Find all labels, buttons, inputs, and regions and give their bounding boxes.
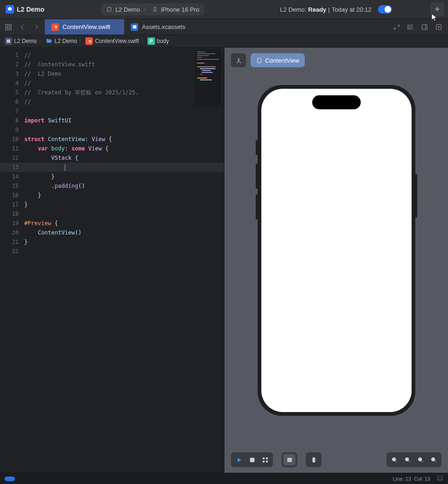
breadcrumb-project[interactable]: L2 Demo: [14, 38, 37, 44]
svg-line-22: [395, 461, 397, 462]
swift-file-icon: [85, 37, 93, 45]
zoom-in-button[interactable]: [427, 454, 440, 465]
jump-bar[interactable]: L2 Demo 〉 L2 Demo 〉 ContentView.swift 〉 …: [0, 35, 448, 48]
code-content[interactable]: //// ContentView.swift// L2 Demo//// Cre…: [24, 48, 224, 473]
adjust-editor-options-icon[interactable]: [418, 21, 431, 34]
nav-forward-button[interactable]: [30, 21, 43, 34]
breadcrumb-file[interactable]: ContentView.swift: [95, 38, 139, 44]
scheme-name: L2 Demo: [115, 6, 140, 13]
status-prefix: L2 Demo:: [280, 6, 306, 13]
dynamic-island: [312, 95, 361, 109]
xcode-project-icon: [6, 5, 14, 14]
target-icon: [106, 6, 112, 13]
tab-label: Assets.xcassets: [142, 23, 185, 30]
property-icon: P: [147, 37, 155, 45]
phone-side-button: [415, 174, 417, 218]
activity-indicator[interactable]: [5, 477, 15, 481]
live-preview-button[interactable]: [233, 454, 245, 465]
folder-icon: [45, 37, 53, 45]
device-preview[interactable]: [258, 85, 415, 416]
preview-device-button[interactable]: [308, 454, 320, 465]
preview-canvas: ContentView: [224, 48, 448, 473]
code-review-icon[interactable]: [404, 21, 417, 34]
svg-rect-19: [287, 460, 292, 462]
device-icon: [152, 6, 158, 13]
build-status: L2 Demo: Ready | Today at 20:12: [280, 6, 371, 13]
zoom-fit-button[interactable]: [414, 454, 427, 465]
svg-rect-12: [258, 58, 261, 63]
scheme-separator: 〉: [143, 5, 149, 14]
preview-toolbar: 1: [231, 452, 441, 467]
selectable-preview-button[interactable]: [246, 454, 258, 465]
status-divider: |: [328, 6, 329, 13]
scheme-selector[interactable]: L2 Demo 〉 iPhone 16 Pro: [101, 3, 204, 15]
library-plus-button[interactable]: +: [430, 2, 444, 16]
phone-screen[interactable]: [261, 89, 412, 412]
svg-rect-17: [266, 461, 267, 462]
project-icon: [5, 37, 12, 45]
tab-bar: ContentView.swiftAssets.xcassets: [0, 19, 448, 35]
debug-area-toggle-icon[interactable]: [437, 475, 443, 483]
project-title: L2 Demo: [17, 6, 44, 13]
svg-rect-11: [7, 39, 10, 43]
svg-rect-20: [313, 457, 315, 462]
status-state: Ready: [308, 6, 326, 13]
svg-rect-3: [9, 24, 11, 27]
project-chip[interactable]: L2 Demo: [4, 4, 46, 14]
status-time: Today at 20:12: [332, 6, 371, 13]
svg-line-28: [421, 461, 423, 462]
svg-line-25: [408, 461, 410, 462]
breadcrumb-folder[interactable]: L2 Demo: [55, 38, 77, 44]
device-settings-button[interactable]: [283, 454, 295, 465]
breadcrumb-symbol[interactable]: body: [157, 38, 169, 44]
status-bar: Line: 13 Col: 13: [0, 473, 448, 484]
svg-rect-5: [9, 28, 11, 30]
zoom-group: 1: [386, 452, 441, 467]
device-name: iPhone 16 Pro: [161, 6, 199, 13]
tab-label: ContentView.swift: [63, 23, 110, 30]
editor-split: 12345678910111213141516171819202122 ////…: [0, 48, 448, 473]
variants-grid-button[interactable]: [259, 454, 271, 465]
svg-rect-14: [263, 457, 264, 459]
cloud-toggle[interactable]: [378, 5, 392, 14]
svg-line-32: [434, 461, 436, 462]
preview-label-text: ContentView: [265, 57, 299, 64]
zoom-out-button[interactable]: [388, 454, 400, 465]
preview-label-chip[interactable]: ContentView: [251, 53, 305, 67]
add-editor-icon[interactable]: [432, 21, 445, 34]
pin-preview-button[interactable]: [231, 53, 246, 67]
assets-icon: [131, 23, 138, 31]
svg-rect-35: [438, 476, 442, 480]
preview-mode-group: [231, 452, 273, 467]
svg-rect-4: [6, 28, 8, 30]
tab-assets-xcassets[interactable]: Assets.xcassets: [124, 19, 203, 35]
svg-rect-6: [422, 24, 427, 29]
titlebar: L2 Demo L2 Demo 〉 iPhone 16 Pro L2 Demo:…: [0, 0, 448, 19]
tab-contentview-swift[interactable]: ContentView.swift: [45, 19, 124, 35]
svg-rect-0: [107, 7, 111, 11]
zoom-actual-button[interactable]: 1: [401, 454, 413, 465]
line-gutter[interactable]: 12345678910111213141516171819202122: [0, 48, 24, 473]
nav-back-button[interactable]: [16, 21, 29, 34]
preview-device-group: [306, 452, 322, 467]
swift-file-icon: [51, 23, 59, 31]
phone-frame: [258, 85, 415, 416]
source-editor[interactable]: 12345678910111213141516171819202122 ////…: [0, 48, 224, 473]
svg-rect-1: [154, 7, 156, 12]
svg-rect-16: [263, 461, 264, 462]
related-items-grid-icon[interactable]: [2, 21, 15, 34]
svg-rect-18: [287, 458, 292, 459]
cursor-position: Line: 13 Col: 13: [393, 476, 430, 482]
refresh-icon[interactable]: [390, 21, 403, 34]
svg-rect-15: [266, 457, 267, 459]
svg-rect-2: [6, 24, 8, 27]
device-settings-group: [281, 452, 297, 467]
